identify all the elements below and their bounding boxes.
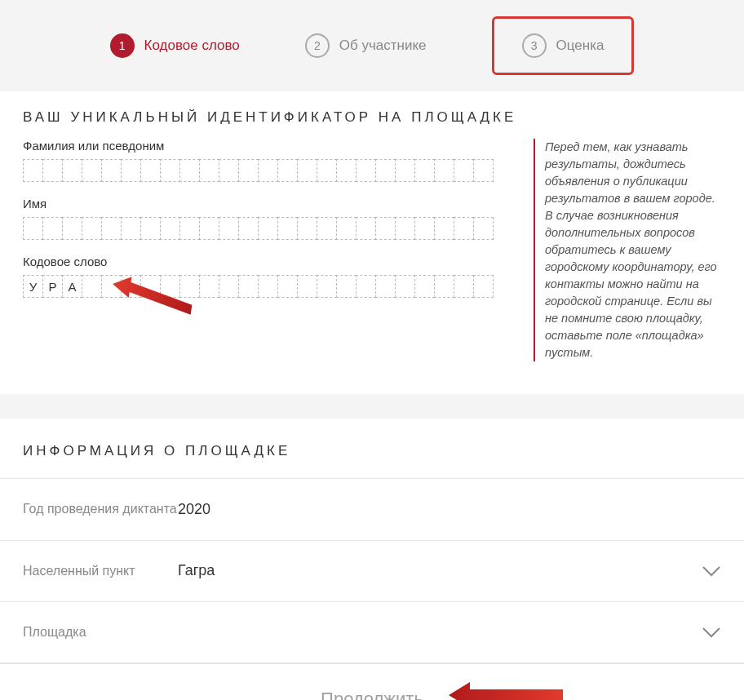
char-cell[interactable] <box>277 275 298 298</box>
char-cell[interactable] <box>336 275 356 298</box>
char-cell[interactable] <box>356 275 376 298</box>
city-label: Населенный пункт <box>23 562 178 580</box>
char-cell[interactable] <box>23 159 43 182</box>
codeword-input[interactable]: УРА <box>23 275 519 298</box>
char-cell[interactable] <box>414 217 435 240</box>
step-3-number: 3 <box>522 33 547 58</box>
char-cell[interactable] <box>140 275 161 298</box>
hint-text: Перед тем, как узнавать результаты, дожд… <box>534 139 721 361</box>
char-cell[interactable] <box>375 275 396 298</box>
char-cell[interactable] <box>62 217 82 240</box>
char-cell[interactable] <box>336 159 356 182</box>
char-cell[interactable]: А <box>62 275 82 298</box>
char-cell[interactable] <box>258 217 278 240</box>
char-cell[interactable] <box>238 217 259 240</box>
char-cell[interactable] <box>140 217 161 240</box>
surname-label: Фамилия или псевдоним <box>23 139 519 153</box>
char-cell[interactable] <box>219 159 239 182</box>
char-cell[interactable] <box>434 275 454 298</box>
svg-marker-1 <box>449 682 563 700</box>
char-cell[interactable] <box>434 159 454 182</box>
char-cell[interactable] <box>297 275 317 298</box>
submit-row: Продолжить <box>0 663 744 700</box>
char-cell[interactable] <box>62 159 82 182</box>
char-cell[interactable] <box>356 159 376 182</box>
char-cell[interactable]: Р <box>42 275 63 298</box>
char-cell[interactable] <box>473 217 494 240</box>
char-cell[interactable] <box>277 217 298 240</box>
char-cell[interactable] <box>179 275 200 298</box>
chevron-down-icon <box>702 565 721 577</box>
char-cell[interactable] <box>42 217 63 240</box>
venue-row[interactable]: Площадка <box>0 601 744 663</box>
char-cell[interactable] <box>454 159 474 182</box>
annotation-arrow-2-icon <box>449 677 563 700</box>
char-cell[interactable] <box>258 275 278 298</box>
continue-button[interactable]: Продолжить <box>321 689 423 700</box>
char-cell[interactable] <box>473 159 494 182</box>
char-cell[interactable] <box>434 217 454 240</box>
char-cell[interactable] <box>101 275 122 298</box>
char-cell[interactable] <box>317 159 337 182</box>
char-cell[interactable] <box>101 217 122 240</box>
char-cell[interactable] <box>238 275 259 298</box>
char-cell[interactable] <box>454 275 474 298</box>
section-identifier-title: ВАШ УНИКАЛЬНЫЙ ИДЕНТИФИКАТОР НА ПЛОЩАДКЕ <box>0 91 744 139</box>
step-1-label: Кодовое слово <box>144 38 240 54</box>
stepper: 1 Кодовое слово 2 Об участнике 3 Оценка <box>0 0 744 91</box>
codeword-label: Кодовое слово <box>23 255 519 268</box>
step-2-label: Об участнике <box>339 38 427 54</box>
section-info-title: ИНФОРМАЦИЯ О ПЛОЩАДКЕ <box>0 419 744 479</box>
char-cell[interactable] <box>238 159 259 182</box>
char-cell[interactable] <box>121 275 141 298</box>
char-cell[interactable] <box>317 217 337 240</box>
name-field: Имя <box>23 197 519 240</box>
char-cell[interactable] <box>160 217 180 240</box>
char-cell[interactable] <box>199 275 219 298</box>
char-cell[interactable] <box>179 159 200 182</box>
char-cell[interactable] <box>82 159 102 182</box>
char-cell[interactable] <box>395 275 415 298</box>
identifier-section: Фамилия или псевдоним Имя Кодовое слово … <box>0 139 744 394</box>
char-cell[interactable] <box>42 159 63 182</box>
char-cell[interactable] <box>414 275 435 298</box>
char-cell[interactable] <box>336 217 356 240</box>
char-cell[interactable] <box>414 159 435 182</box>
char-cell[interactable] <box>395 217 415 240</box>
char-cell[interactable] <box>375 159 396 182</box>
char-cell[interactable] <box>121 217 141 240</box>
char-cell[interactable] <box>356 217 376 240</box>
year-row: Год проведения диктанта 2020 <box>0 478 744 540</box>
char-cell[interactable] <box>179 217 200 240</box>
char-cell[interactable] <box>82 275 102 298</box>
step-3-label: Оценка <box>556 38 604 54</box>
step-1[interactable]: 1 Кодовое слово <box>110 33 240 58</box>
char-cell[interactable] <box>160 275 180 298</box>
char-cell[interactable] <box>121 159 141 182</box>
step-3[interactable]: 3 Оценка <box>492 16 635 75</box>
char-cell[interactable] <box>473 275 494 298</box>
name-input[interactable] <box>23 217 519 240</box>
char-cell[interactable] <box>160 159 180 182</box>
char-cell[interactable] <box>199 217 219 240</box>
char-cell[interactable] <box>258 159 278 182</box>
char-cell[interactable] <box>375 217 396 240</box>
char-cell[interactable] <box>199 159 219 182</box>
char-cell[interactable] <box>454 217 474 240</box>
surname-input[interactable] <box>23 159 519 182</box>
step-2[interactable]: 2 Об участнике <box>305 33 427 58</box>
city-row[interactable]: Населенный пункт Гагра <box>0 540 744 602</box>
char-cell[interactable] <box>219 217 239 240</box>
char-cell[interactable] <box>23 217 43 240</box>
char-cell[interactable] <box>219 275 239 298</box>
char-cell[interactable] <box>297 159 317 182</box>
char-cell[interactable] <box>297 217 317 240</box>
char-cell[interactable] <box>277 159 298 182</box>
char-cell[interactable] <box>395 159 415 182</box>
char-cell[interactable]: У <box>23 275 43 298</box>
char-cell[interactable] <box>140 159 161 182</box>
char-cell[interactable] <box>101 159 122 182</box>
char-cell[interactable] <box>317 275 337 298</box>
step-2-number: 2 <box>305 33 330 58</box>
char-cell[interactable] <box>82 217 102 240</box>
